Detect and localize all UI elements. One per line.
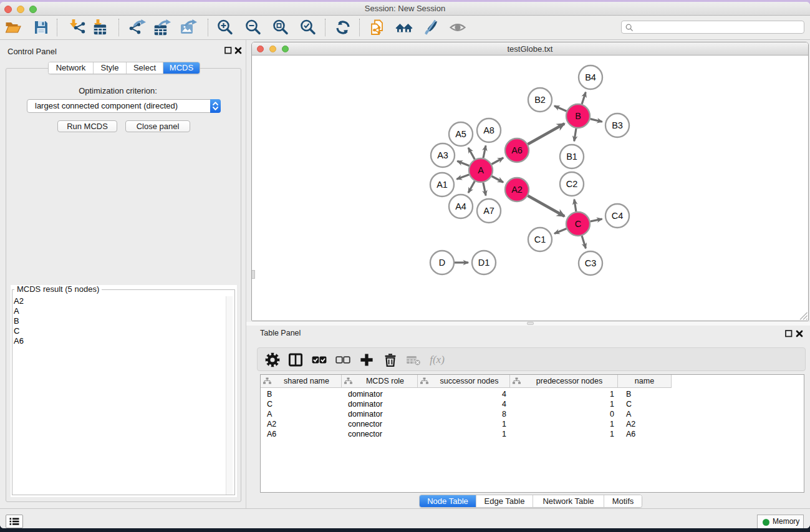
mcds-result-item[interactable]: A6	[14, 336, 226, 346]
zoom-in-icon[interactable]	[216, 18, 234, 37]
search-input[interactable]	[637, 22, 799, 32]
edge-B-B4[interactable]	[582, 92, 586, 104]
run-mcds-button[interactable]: Run MCDS	[57, 120, 117, 132]
edge-C-C1[interactable]	[554, 229, 566, 234]
close-panel-button[interactable]: Close panel	[125, 120, 190, 132]
column-header-successor-nodes[interactable]: successor nodes	[418, 375, 510, 388]
cell-predecessor-nodes[interactable]: 1	[510, 389, 618, 399]
home-view-icon[interactable]	[395, 18, 413, 37]
columns-icon[interactable]	[286, 351, 305, 369]
column-header-predecessor-nodes[interactable]: predecessor nodes	[510, 375, 618, 388]
network-canvas[interactable]: AA6A2BCA5A8A3A1A4A7B2B4B3B1C2C4C1C3DD1	[252, 56, 808, 321]
memory-button[interactable]: Memory	[757, 515, 804, 528]
open-session-icon[interactable]	[4, 18, 22, 37]
clone-network-icon[interactable]	[368, 18, 387, 37]
column-header-MCDS-role[interactable]: MCDS role	[342, 375, 418, 388]
cell-name[interactable]: B	[618, 389, 672, 399]
tab-mcds[interactable]: MCDS	[163, 62, 200, 74]
edge-C-C3[interactable]	[582, 236, 586, 248]
cell-predecessor-nodes[interactable]: 0	[510, 409, 618, 419]
delete-icon[interactable]	[381, 351, 400, 369]
refresh-icon[interactable]	[334, 18, 352, 37]
select-all-icon[interactable]	[310, 351, 329, 369]
cell-shared-name[interactable]: A2	[261, 419, 342, 429]
cell-MCDS-role[interactable]: connector	[342, 429, 418, 439]
cell-successor-nodes[interactable]: 1	[418, 429, 510, 439]
cell-MCDS-role[interactable]: connector	[342, 419, 418, 429]
hide-details-icon[interactable]	[422, 18, 440, 37]
status-menu-button[interactable]	[6, 515, 23, 528]
deselect-all-icon[interactable]	[334, 351, 352, 369]
cell-name[interactable]: A2	[618, 419, 672, 429]
edge-B-B3[interactable]	[591, 119, 602, 122]
table-panel-close-icon[interactable]	[796, 330, 803, 337]
edge-A-A8[interactable]	[483, 146, 486, 158]
cell-MCDS-role[interactable]: dominator	[342, 399, 418, 409]
edge-B-B1[interactable]	[574, 128, 576, 142]
cell-successor-nodes[interactable]: 4	[418, 399, 510, 409]
cell-successor-nodes[interactable]: 8	[418, 409, 510, 419]
cell-predecessor-nodes[interactable]: 1	[510, 429, 618, 439]
tab-network[interactable]: Network	[49, 62, 94, 74]
table-tab-node-table[interactable]: Node Table	[420, 495, 476, 507]
cell-name[interactable]: A	[618, 409, 672, 419]
zoom-fit-icon[interactable]	[271, 18, 290, 37]
cell-MCDS-role[interactable]: dominator	[342, 389, 418, 399]
edge-A-A3[interactable]	[457, 161, 469, 166]
criterion-dropdown[interactable]: largest connected component (directed)	[27, 99, 221, 113]
edge-A-A6[interactable]	[492, 158, 504, 164]
criterion-dropdown-value: largest connected component (directed)	[35, 100, 178, 112]
cell-shared-name[interactable]: A6	[261, 429, 342, 439]
edge-A-A2[interactable]	[492, 176, 503, 182]
table-tab-motifs[interactable]: Motifs	[604, 495, 642, 507]
cell-MCDS-role[interactable]: dominator	[342, 409, 418, 419]
cell-predecessor-nodes[interactable]: 1	[510, 419, 618, 429]
import-network-icon[interactable]	[67, 18, 86, 37]
zoom-out-icon[interactable]	[244, 18, 263, 37]
edge-C-C4[interactable]	[591, 219, 602, 221]
cell-shared-name[interactable]: C	[261, 399, 342, 409]
table-tab-edge-table[interactable]: Edge Table	[476, 495, 533, 507]
export-image-icon[interactable]	[179, 18, 198, 37]
edge-A-A5[interactable]	[468, 148, 475, 160]
edge-C-C2[interactable]	[574, 200, 576, 212]
edge-B-B2[interactable]	[554, 106, 567, 111]
table-panel-float-icon[interactable]	[785, 330, 793, 337]
mcds-result-item[interactable]: A2	[14, 296, 226, 306]
search-field[interactable]	[621, 21, 804, 34]
mcds-result-item[interactable]: C	[14, 326, 226, 336]
tab-select[interactable]: Select	[127, 62, 163, 74]
cell-successor-nodes[interactable]: 4	[418, 389, 510, 399]
export-network-icon[interactable]	[128, 18, 147, 37]
tab-style[interactable]: Style	[94, 62, 127, 74]
cell-shared-name[interactable]: B	[261, 389, 342, 399]
cell-name[interactable]: C	[618, 399, 672, 409]
show-details-icon[interactable]	[448, 18, 467, 37]
mcds-result-item[interactable]: B	[14, 316, 226, 326]
gear-icon[interactable]	[263, 351, 282, 369]
cell-predecessor-nodes[interactable]: 1	[510, 399, 618, 409]
add-column-icon[interactable]	[357, 351, 376, 369]
import-table-icon[interactable]	[90, 18, 109, 37]
mcds-result-item[interactable]: A	[14, 306, 226, 316]
column-header-name[interactable]: name	[618, 375, 672, 388]
zoom-selected-icon[interactable]	[299, 18, 317, 37]
cell-shared-name[interactable]: A	[261, 409, 342, 419]
splitter-grip[interactable]	[527, 322, 534, 325]
control-panel-float-icon[interactable]	[224, 47, 232, 54]
cell-name[interactable]: A6	[618, 429, 672, 439]
table-tab-network-table[interactable]: Network Table	[533, 495, 604, 507]
edge-A-A7[interactable]	[483, 183, 486, 196]
export-table-icon[interactable]	[153, 18, 171, 37]
column-header-shared-name[interactable]: shared name	[261, 375, 342, 388]
cell-successor-nodes[interactable]: 1	[418, 419, 510, 429]
save-session-icon[interactable]	[32, 18, 51, 37]
edge-A6-B[interactable]	[528, 123, 564, 144]
edge-A-A4[interactable]	[468, 181, 475, 193]
window-resize-grip[interactable]	[799, 312, 808, 320]
window-left-handle[interactable]	[251, 270, 255, 279]
control-panel-close-icon[interactable]	[234, 47, 242, 54]
edge-A2-C[interactable]	[528, 196, 564, 216]
mcds-result-scrollbar[interactable]	[226, 296, 233, 495]
edge-A-A1[interactable]	[456, 175, 469, 179]
